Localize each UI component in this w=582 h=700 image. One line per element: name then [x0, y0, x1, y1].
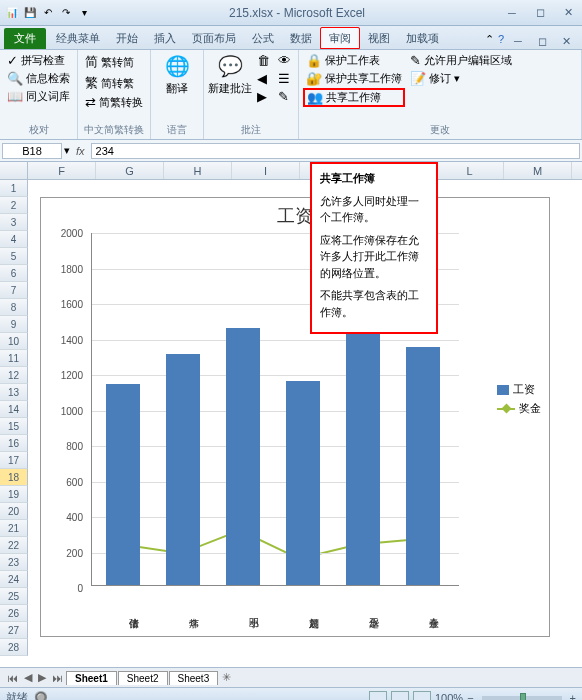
zoom-out-button[interactable]: − [467, 692, 473, 701]
row-header[interactable]: 8 [0, 299, 28, 316]
wb-max-button[interactable]: ◻ [532, 33, 552, 49]
tab-insert[interactable]: 插入 [146, 28, 184, 49]
next-comment-button[interactable]: ▶ [254, 88, 273, 105]
view-layout-button[interactable] [391, 691, 409, 701]
help-icon[interactable]: ? [498, 33, 504, 49]
col-header[interactable]: F [28, 162, 96, 179]
simp-to-trad-button[interactable]: 繁简转繁 [82, 73, 146, 93]
qat-more-icon[interactable]: ▾ [76, 5, 92, 21]
show-all-button[interactable]: ☰ [275, 70, 294, 87]
sheet-tab[interactable]: Sheet3 [169, 671, 219, 685]
tab-file[interactable]: 文件 [4, 28, 46, 49]
tab-nav-last[interactable]: ⏭ [49, 672, 66, 684]
wb-close-button[interactable]: ✕ [556, 33, 576, 49]
tab-formula[interactable]: 公式 [244, 28, 282, 49]
fx-icon[interactable]: fx [70, 145, 91, 157]
track-changes-button[interactable]: 📝修订 ▾ [407, 70, 515, 87]
tab-home[interactable]: 开始 [108, 28, 146, 49]
new-comment-button[interactable]: 💬新建批注 [208, 52, 252, 126]
show-comment-button[interactable]: 👁 [275, 52, 294, 69]
tooltip-text: 不能共享包含表的工作簿。 [320, 287, 428, 320]
chart-legend: 工资 奖金 [497, 378, 541, 420]
protect-sheet-button[interactable]: 🔒保护工作表 [303, 52, 405, 69]
row-header[interactable]: 2 [0, 197, 28, 214]
tab-nav-prev[interactable]: ◀ [21, 671, 35, 684]
view-break-button[interactable] [413, 691, 431, 701]
row-header[interactable]: 18 [0, 469, 28, 486]
formula-input[interactable]: 234 [91, 143, 580, 159]
row-header[interactable]: 6 [0, 265, 28, 282]
group-comments: 💬新建批注 🗑 ◀ ▶ 👁 ☰ ✎ 批注 [204, 50, 299, 139]
minimize-button[interactable]: ─ [502, 5, 522, 21]
row-header[interactable]: 7 [0, 282, 28, 299]
col-header[interactable]: M [504, 162, 572, 179]
tab-view[interactable]: 视图 [360, 28, 398, 49]
col-header[interactable]: G [96, 162, 164, 179]
ribbon-min-icon[interactable]: ⌃ [485, 33, 494, 49]
sheet-tab[interactable]: Sheet2 [118, 671, 168, 685]
row-header[interactable]: 24 [0, 571, 28, 588]
spellcheck-button[interactable]: ✓拼写检查 [4, 52, 73, 69]
view-normal-button[interactable] [369, 691, 387, 701]
protect-shared-button[interactable]: 🔐保护共享工作簿 [303, 70, 405, 87]
tab-data[interactable]: 数据 [282, 28, 320, 49]
ink-icon: ✎ [278, 89, 289, 104]
row-header[interactable]: 28 [0, 639, 28, 656]
row-header[interactable]: 4 [0, 231, 28, 248]
col-header[interactable]: I [232, 162, 300, 179]
prev-comment-button[interactable]: ◀ [254, 70, 273, 87]
zoom-in-button[interactable]: + [570, 692, 576, 701]
convert-button[interactable]: ⇄简繁转换 [82, 94, 146, 111]
row-header[interactable]: 22 [0, 537, 28, 554]
sheet-tab[interactable]: Sheet1 [66, 671, 117, 685]
row-header[interactable]: 19 [0, 486, 28, 503]
row-header[interactable]: 1 [0, 180, 28, 197]
research-button[interactable]: 🔍信息检索 [4, 70, 73, 87]
sheet-tabs-bar: ⏮ ◀ ▶ ⏭ Sheet1 Sheet2 Sheet3 ✳ [0, 667, 582, 687]
row-header[interactable]: 25 [0, 588, 28, 605]
zoom-slider[interactable] [482, 696, 562, 700]
chart[interactable]: 工资 工资 奖金 0200400600800100012001400160018… [40, 197, 550, 637]
row-header[interactable]: 21 [0, 520, 28, 537]
row-header[interactable]: 26 [0, 605, 28, 622]
name-box[interactable]: B18 [2, 143, 62, 159]
delete-comment-button[interactable]: 🗑 [254, 52, 273, 69]
undo-icon[interactable]: ↶ [40, 5, 56, 21]
row-header[interactable]: 9 [0, 316, 28, 333]
row-header[interactable]: 12 [0, 367, 28, 384]
tab-addin[interactable]: 加载项 [398, 28, 447, 49]
tab-nav-first[interactable]: ⏮ [4, 672, 21, 684]
redo-icon[interactable]: ↷ [58, 5, 74, 21]
thesaurus-button[interactable]: 📖同义词库 [4, 88, 73, 105]
tab-nav-next[interactable]: ▶ [35, 671, 49, 684]
row-header[interactable]: 14 [0, 401, 28, 418]
share-workbook-button[interactable]: 👥共享工作簿 [303, 88, 405, 107]
row-header[interactable]: 23 [0, 554, 28, 571]
new-sheet-button[interactable]: ✳ [219, 671, 234, 684]
select-all-corner[interactable] [0, 162, 28, 179]
col-header[interactable]: H [164, 162, 232, 179]
close-button[interactable]: ✕ [558, 5, 578, 21]
row-header[interactable]: 3 [0, 214, 28, 231]
row-header[interactable]: 10 [0, 333, 28, 350]
zoom-thumb[interactable] [520, 693, 526, 701]
save-icon[interactable]: 💾 [22, 5, 38, 21]
row-header[interactable]: 11 [0, 350, 28, 367]
row-header[interactable]: 17 [0, 452, 28, 469]
row-header[interactable]: 16 [0, 435, 28, 452]
row-header[interactable]: 5 [0, 248, 28, 265]
trad-to-simp-button[interactable]: 简繁转简 [82, 52, 146, 72]
restore-button[interactable]: ◻ [530, 5, 550, 21]
row-header[interactable]: 13 [0, 384, 28, 401]
tab-review[interactable]: 审阅 [320, 27, 360, 49]
tab-layout[interactable]: 页面布局 [184, 28, 244, 49]
show-ink-button[interactable]: ✎ [275, 88, 294, 105]
translate-button[interactable]: 🌐翻译 [155, 52, 199, 126]
wb-min-button[interactable]: ─ [508, 33, 528, 49]
tab-classic[interactable]: 经典菜单 [48, 28, 108, 49]
row-header[interactable]: 15 [0, 418, 28, 435]
row-header[interactable]: 27 [0, 622, 28, 639]
allow-edit-button[interactable]: ✎允许用户编辑区域 [407, 52, 515, 69]
row-header[interactable]: 20 [0, 503, 28, 520]
col-header[interactable]: L [436, 162, 504, 179]
